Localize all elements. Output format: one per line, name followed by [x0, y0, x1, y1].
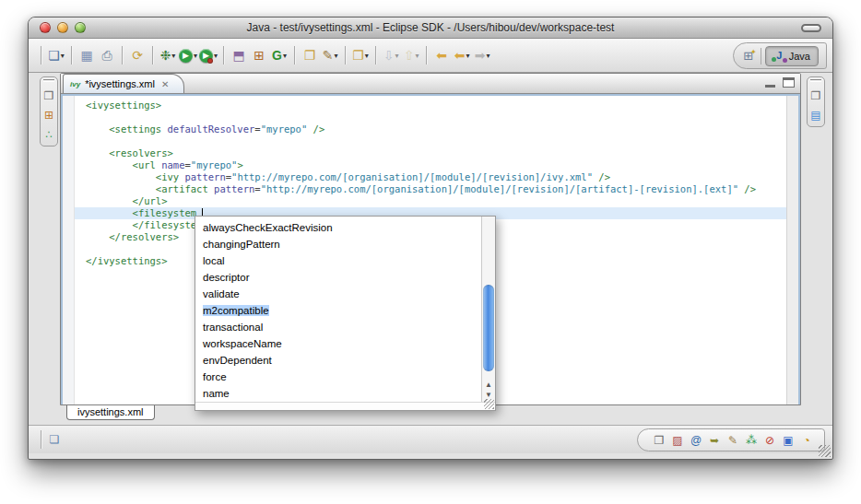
completion-list: alwaysCheckExactRevisionchangingPatternl…	[195, 217, 481, 402]
left-trim-icons: ❐⊞∴	[41, 88, 57, 143]
popup-resize-grip[interactable]	[484, 399, 494, 409]
synchronize-fastview-button[interactable]: ⁂	[743, 432, 760, 449]
completion-item[interactable]: changingPattern	[195, 236, 481, 252]
previous-annotation-button[interactable]: ⇧▾	[401, 44, 421, 66]
code-line: <resolvers>	[75, 147, 786, 159]
lock-badge-icon	[207, 58, 213, 64]
javadoc-fastview-button[interactable]: @	[688, 432, 704, 449]
perspective-separator	[761, 48, 761, 64]
run-external-tools-dropdown[interactable]: ▾	[214, 52, 218, 60]
fast-view-new-button[interactable]: ❏	[46, 431, 63, 448]
code-line: </url>	[75, 195, 786, 207]
error-log-fastview-button[interactable]: ⊘	[761, 432, 778, 449]
package-explorer-fastview-button[interactable]: ⊞	[41, 107, 57, 123]
back-button[interactable]: ⬅▾	[452, 44, 472, 66]
toolbar-toggle-button[interactable]	[801, 24, 821, 32]
close-tab-icon[interactable]: ✕	[159, 78, 171, 90]
run-button[interactable]: ▶▾	[178, 44, 198, 66]
minimize-button[interactable]	[57, 22, 68, 33]
right-fastview-trim: ❐▤	[801, 73, 832, 425]
bottom-fastview-bar: ❐▨@➥✎⁂⊘▣◔	[637, 428, 825, 451]
completion-item[interactable]: envDependent	[195, 352, 481, 369]
problems-fastview-icon: ▨	[672, 435, 682, 446]
debug-icon: ❉	[160, 49, 171, 62]
declaration-fastview-icon: ➥	[710, 435, 719, 446]
next-annotation-button[interactable]: ⇩▾	[381, 44, 401, 66]
console-fastview-button[interactable]: ▣	[780, 432, 796, 449]
toolbar-groups: ❏▾▦⎙⟳❉▾▶▾▶▾⬒⊞G▾❐✎▾❐▾⇩▾⇧▾⬅⬅▾➡▾	[46, 44, 492, 66]
last-edit-location-button[interactable]: ⬅	[431, 44, 452, 66]
scroll-up-arrow[interactable]: ▲	[485, 381, 492, 390]
search-dropdown[interactable]: ▾	[334, 52, 337, 60]
restore-views-button[interactable]: ❐	[41, 88, 57, 104]
window-resize-grip[interactable]	[819, 445, 831, 457]
overview-ruler[interactable]	[786, 96, 798, 404]
title-bar[interactable]: Java - test/ivysettings.xml - Eclipse SD…	[29, 18, 832, 39]
new-task-dropdown[interactable]: ▾	[283, 52, 287, 60]
editor-tab-ivysettings[interactable]: ivy *ivysettings.xml ✕	[63, 74, 184, 93]
completion-item[interactable]: alwaysCheckExactRevision	[195, 219, 481, 236]
bottom-trim-bar: ❏ ❐▨@➥✎⁂⊘▣◔	[29, 425, 832, 453]
restore-views-button[interactable]: ❐	[651, 432, 667, 449]
next-annotation-dropdown[interactable]: ▾	[395, 52, 398, 60]
search-fastview-button[interactable]: ✎	[725, 432, 741, 449]
completion-item[interactable]: workspaceName	[195, 335, 481, 352]
completion-item[interactable]: transactional	[195, 319, 481, 335]
debug-button[interactable]: ❉▾	[158, 44, 178, 66]
new-wizard-button[interactable]: ❏▾	[46, 44, 66, 66]
back-icon: ⬅	[454, 49, 466, 62]
code-line	[75, 111, 786, 123]
maximize-editor-button[interactable]	[783, 77, 795, 88]
completion-item[interactable]: descriptor	[195, 269, 481, 286]
save-button[interactable]: ▦	[77, 44, 97, 66]
toolbar-separator	[345, 46, 346, 64]
completion-item[interactable]: name	[195, 385, 481, 402]
type-hierarchy-fastview-button[interactable]: ∴	[41, 126, 57, 143]
restore-views-icon: ❐	[811, 90, 821, 101]
toolbar-separator	[41, 430, 41, 449]
forward-button[interactable]: ➡▾	[472, 44, 492, 66]
refresh-button[interactable]: ⟳	[127, 44, 147, 66]
forward-dropdown[interactable]: ▾	[486, 52, 489, 60]
completion-item[interactable]: validate	[195, 286, 481, 302]
toolbar-separator	[223, 46, 224, 64]
open-perspective-button[interactable]: ⊞✦	[743, 49, 757, 63]
restore-views-button[interactable]: ❐	[808, 88, 824, 104]
new-wizard-dropdown[interactable]: ▾	[61, 52, 65, 60]
outline-fastview-button[interactable]: ▤	[808, 107, 824, 123]
run-dropdown[interactable]: ▾	[194, 52, 197, 60]
popup-scrollbar[interactable]: ▲ ▼	[481, 217, 495, 402]
annotation-ruler[interactable]	[63, 96, 75, 404]
debug-dropdown[interactable]: ▾	[171, 52, 175, 60]
ivy-console-fastview-button[interactable]: ◔	[798, 432, 815, 449]
open-resource-button[interactable]: ❐	[300, 44, 320, 66]
open-folder-button[interactable]: ❐▾	[350, 44, 371, 66]
zoom-button[interactable]	[75, 22, 86, 33]
trim-drag-handle[interactable]	[43, 79, 54, 82]
new-plugin-button[interactable]: ⊞	[249, 44, 269, 66]
back-dropdown[interactable]: ▾	[466, 52, 469, 60]
completion-item[interactable]: force	[195, 369, 481, 385]
bottom-tab-ivysettings[interactable]: ivysettings.xml	[66, 405, 155, 420]
package-explorer-fastview-icon: ⊞	[44, 110, 53, 121]
completion-item[interactable]: local	[195, 252, 481, 269]
run-external-tools-button[interactable]: ▶▾	[198, 44, 218, 66]
problems-fastview-button[interactable]: ▨	[669, 432, 686, 449]
open-folder-dropdown[interactable]: ▾	[365, 52, 369, 60]
previous-annotation-dropdown[interactable]: ▾	[415, 52, 419, 60]
java-perspective-button[interactable]: J Java	[765, 46, 819, 66]
declaration-fastview-button[interactable]: ➥	[706, 432, 723, 449]
right-trim-panel: ❐▤	[807, 76, 825, 127]
new-java-ee-button[interactable]: ⬒	[229, 44, 249, 66]
toolbar-separator	[294, 46, 295, 64]
completion-item-selected[interactable]: m2compatible	[195, 302, 481, 319]
search-button[interactable]: ✎▾	[320, 44, 340, 66]
minimize-editor-button[interactable]	[765, 79, 775, 88]
print-button[interactable]: ⎙	[97, 44, 117, 66]
scrollbar-thumb[interactable]	[483, 285, 494, 371]
code-line: <url name="myrepo">	[75, 159, 786, 171]
run-icon: ▶	[179, 49, 193, 63]
close-button[interactable]	[40, 22, 51, 33]
trim-drag-handle[interactable]	[810, 79, 821, 82]
new-task-button[interactable]: G▾	[269, 44, 289, 66]
